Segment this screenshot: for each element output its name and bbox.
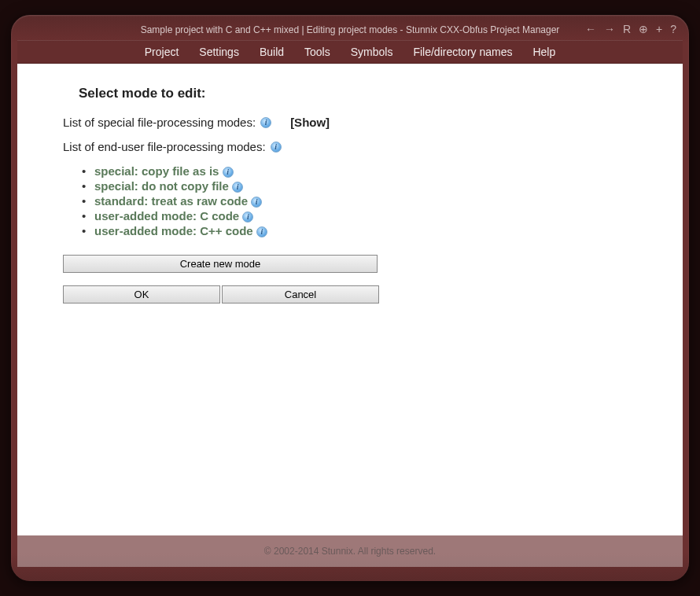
info-icon[interactable]: i — [232, 182, 243, 193]
info-icon[interactable]: i — [260, 117, 271, 128]
info-icon[interactable]: i — [223, 167, 234, 178]
list-item: special: do not copy file i — [85, 179, 637, 193]
show-toggle[interactable]: [Show] — [290, 116, 330, 129]
list-item: user-added mode: C++ code i — [85, 224, 637, 237]
info-icon[interactable]: i — [242, 212, 253, 223]
mode-link-copy-as-is[interactable]: special: copy file as is — [94, 164, 219, 178]
help-icon[interactable]: ? — [670, 23, 676, 35]
zoom-icon[interactable]: ⊕ — [639, 23, 648, 35]
titlebar: Sample project with C and C++ mixed | Ed… — [17, 21, 683, 39]
mode-link-c-code[interactable]: user-added mode: C code — [94, 209, 239, 223]
titlebar-controls: ← → R ⊕ + ? — [585, 23, 676, 35]
page-heading: Select mode to edit: — [79, 86, 637, 101]
add-icon[interactable]: + — [656, 23, 662, 35]
menu-symbols[interactable]: Symbols — [349, 42, 395, 61]
menu-settings[interactable]: Settings — [197, 42, 241, 61]
menu-project[interactable]: Project — [143, 42, 181, 61]
app-window: Sample project with C and C++ mixed | Ed… — [11, 15, 689, 581]
mode-list: special: copy file as is i special: do n… — [63, 164, 637, 237]
mode-link-do-not-copy[interactable]: special: do not copy file — [94, 179, 229, 193]
menu-file-directory-names[interactable]: File/directory names — [411, 42, 514, 61]
create-new-mode-button[interactable]: Create new mode — [63, 255, 378, 273]
back-icon[interactable]: ← — [585, 23, 596, 35]
list-item: standard: treat as raw code i — [85, 194, 637, 208]
special-modes-row: List of special file-processing modes: i… — [63, 116, 637, 129]
list-item: special: copy file as is i — [85, 164, 637, 178]
special-modes-label: List of special file-processing modes: — [63, 116, 256, 129]
list-item: user-added mode: C code i — [85, 209, 637, 223]
footer: © 2002-2014 Stunnix. All rights reserved… — [17, 535, 683, 567]
copyright-text: © 2002-2014 Stunnix. All rights reserved… — [264, 546, 436, 557]
menu-help[interactable]: Help — [531, 42, 557, 61]
info-icon[interactable]: i — [251, 197, 262, 208]
mode-link-raw-code[interactable]: standard: treat as raw code — [94, 194, 248, 208]
menu-tools[interactable]: Tools — [303, 42, 332, 61]
ok-button[interactable]: OK — [63, 285, 220, 304]
enduser-modes-row: List of end-user file-processing modes: … — [63, 140, 637, 153]
reload-icon[interactable]: R — [623, 23, 631, 35]
enduser-modes-label: List of end-user file-processing modes: — [63, 140, 266, 153]
window-title: Sample project with C and C++ mixed | Ed… — [24, 24, 676, 35]
info-icon[interactable]: i — [271, 142, 282, 153]
mode-link-cpp-code[interactable]: user-added mode: C++ code — [94, 224, 253, 237]
forward-icon[interactable]: → — [604, 23, 615, 35]
menubar: Project Settings Build Tools Symbols Fil… — [17, 40, 683, 64]
menu-build[interactable]: Build — [258, 42, 286, 61]
cancel-button[interactable]: Cancel — [222, 285, 379, 304]
info-icon[interactable]: i — [256, 226, 267, 237]
content-area: Select mode to edit: List of special fil… — [17, 64, 683, 535]
dialog-buttons: OK Cancel — [63, 285, 637, 304]
